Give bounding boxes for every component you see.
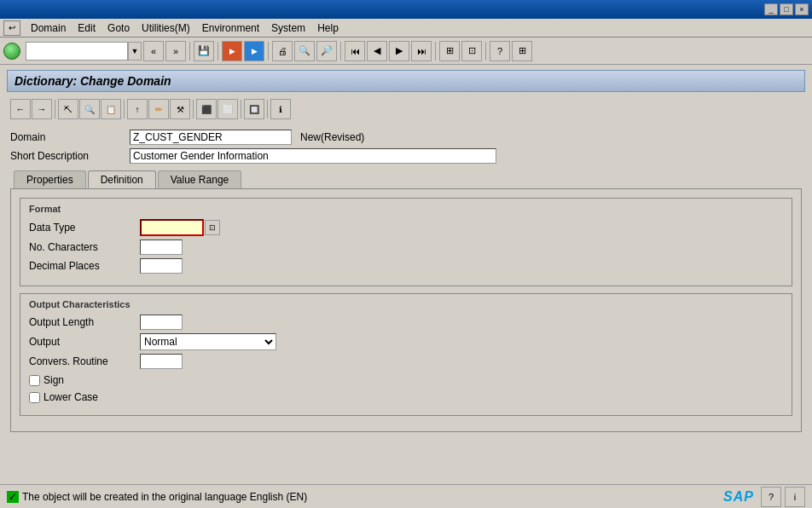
- output-section-title: Output Characteristics: [29, 299, 783, 309]
- decimal-row: Decimal Places: [29, 258, 783, 274]
- tab-properties[interactable]: Properties: [14, 170, 86, 188]
- format-section: Format Data Type ⊡ No. Characters Decima…: [20, 198, 792, 286]
- window-controls[interactable]: _ □ ×: [764, 3, 809, 15]
- short-desc-input[interactable]: [130, 148, 496, 164]
- last-button[interactable]: ⏭: [411, 41, 432, 61]
- main-content: Dictionary: Change Domain ← → ⛏ 🔍 📋 ↑ ✏ …: [0, 65, 812, 484]
- lowercase-row: Lower Case: [29, 390, 783, 405]
- layout1-button[interactable]: ⊞: [439, 41, 460, 61]
- separator-5: [435, 42, 436, 61]
- t2-btn-2[interactable]: 🔍: [79, 99, 100, 119]
- data-type-lookup-btn[interactable]: ⊡: [205, 220, 220, 235]
- t2-btn-9[interactable]: 🔲: [244, 99, 264, 119]
- data-type-row: Data Type ⊡: [29, 219, 783, 236]
- lowercase-label: Lower Case: [44, 391, 98, 403]
- title-bar: _ □ ×: [0, 0, 812, 19]
- no-chars-row: No. Characters: [29, 240, 783, 255]
- nav-back-button[interactable]: «: [143, 41, 164, 61]
- status-green-icon: ✓: [7, 491, 19, 503]
- format-section-title: Format: [29, 204, 783, 214]
- menu-environment[interactable]: Environment: [197, 20, 264, 36]
- command-dropdown[interactable]: ▼: [128, 42, 142, 61]
- domain-input[interactable]: [130, 130, 292, 145]
- status-icons: ? i: [761, 487, 805, 507]
- save-button[interactable]: 💾: [194, 41, 214, 61]
- menu-goto[interactable]: Goto: [102, 20, 135, 36]
- find-button[interactable]: 🔍: [294, 41, 315, 61]
- command-input[interactable]: [26, 42, 128, 61]
- first-button[interactable]: ⏮: [345, 41, 365, 61]
- status-bar: ✓ The object will be created in the orig…: [0, 484, 812, 508]
- menu-help[interactable]: Help: [312, 20, 344, 36]
- lowercase-checkbox[interactable]: [29, 392, 40, 403]
- maximize-button[interactable]: □: [780, 3, 793, 15]
- toolbar2: ← → ⛏ 🔍 📋 ↑ ✏ ⚒ ⬛ ⬜ 🔲 ℹ: [7, 97, 805, 121]
- convers-routine-label: Convers. Routine: [29, 355, 140, 367]
- find-next-button[interactable]: 🔎: [316, 41, 337, 61]
- shortcut-btn-1[interactable]: ▶: [222, 41, 242, 61]
- tab-content-definition: Format Data Type ⊡ No. Characters Decima…: [10, 188, 802, 432]
- print-button[interactable]: 🖨: [272, 41, 293, 61]
- page-title: Dictionary: Change Domain: [14, 74, 171, 88]
- help-button[interactable]: ?: [490, 41, 510, 61]
- sep-t2-4: [241, 100, 241, 118]
- output-length-input[interactable]: [140, 315, 183, 330]
- form-area: Domain New(Revised) Short Description: [7, 126, 805, 170]
- layout2-button[interactable]: ⊡: [461, 41, 482, 61]
- sign-checkbox[interactable]: [29, 375, 40, 386]
- no-chars-label: No. Characters: [29, 241, 140, 253]
- t2-btn-8[interactable]: ⬜: [218, 99, 238, 119]
- menu-utilities[interactable]: Utilities(M): [136, 20, 195, 36]
- data-type-input[interactable]: [140, 219, 204, 236]
- t2-btn-1[interactable]: ⛏: [58, 99, 78, 119]
- back-btn[interactable]: ←: [10, 99, 31, 119]
- tab-value-range[interactable]: Value Range: [158, 170, 242, 188]
- separator-3: [268, 42, 269, 61]
- minimize-button[interactable]: _: [764, 3, 778, 15]
- t2-btn-info[interactable]: ℹ: [270, 99, 291, 119]
- separator-4: [340, 42, 341, 61]
- shortcut-btn-2[interactable]: ▶: [244, 41, 264, 61]
- output-length-row: Output Length: [29, 315, 783, 330]
- output-label: Output: [29, 336, 140, 348]
- t2-btn-5[interactable]: ✏: [148, 99, 169, 119]
- sep-t2-3: [193, 100, 194, 118]
- sign-row: Sign: [29, 372, 783, 388]
- status-indicator: [3, 43, 20, 60]
- status-info-btn[interactable]: i: [785, 487, 805, 507]
- decimal-label: Decimal Places: [29, 260, 140, 272]
- page-title-bar: Dictionary: Change Domain: [7, 70, 805, 92]
- output-select[interactable]: Normal Left-Justified Right-Justified Ce…: [140, 333, 276, 350]
- tab-definition[interactable]: Definition: [88, 170, 156, 188]
- convers-routine-row: Convers. Routine: [29, 354, 783, 369]
- prev-button[interactable]: ◀: [367, 41, 387, 61]
- output-section: Output Characteristics Output Length Out…: [20, 293, 792, 416]
- short-desc-label: Short Description: [10, 150, 130, 162]
- nav-forward-button[interactable]: »: [165, 41, 186, 61]
- menu-domain[interactable]: Domain: [26, 20, 71, 36]
- domain-status: New(Revised): [300, 131, 364, 143]
- sep-t2-2: [124, 100, 125, 118]
- t2-btn-3[interactable]: 📋: [101, 99, 121, 119]
- no-chars-input[interactable]: [140, 240, 183, 255]
- convers-routine-input[interactable]: [140, 354, 183, 369]
- menu-edit[interactable]: Edit: [72, 20, 101, 36]
- menu-system[interactable]: System: [266, 20, 310, 36]
- fwd-btn[interactable]: →: [32, 99, 52, 119]
- t2-btn-6[interactable]: ⚒: [170, 99, 190, 119]
- command-input-wrap[interactable]: ▼: [26, 42, 142, 61]
- status-question-btn[interactable]: ?: [761, 487, 781, 507]
- separator-2: [218, 42, 218, 61]
- t2-btn-4[interactable]: ↑: [127, 99, 148, 119]
- output-row: Output Normal Left-Justified Right-Justi…: [29, 333, 783, 350]
- customize-button[interactable]: ⊞: [512, 41, 532, 61]
- domain-row: Domain New(Revised): [7, 130, 805, 145]
- decimal-input[interactable]: [140, 258, 183, 274]
- short-desc-row: Short Description: [7, 148, 805, 164]
- next-button[interactable]: ▶: [389, 41, 409, 61]
- close-button[interactable]: ×: [795, 3, 809, 15]
- separator-1: [189, 42, 190, 61]
- data-type-label: Data Type: [29, 222, 140, 234]
- status-message: ✓ The object will be created in the orig…: [7, 491, 307, 503]
- t2-btn-7[interactable]: ⬛: [196, 99, 217, 119]
